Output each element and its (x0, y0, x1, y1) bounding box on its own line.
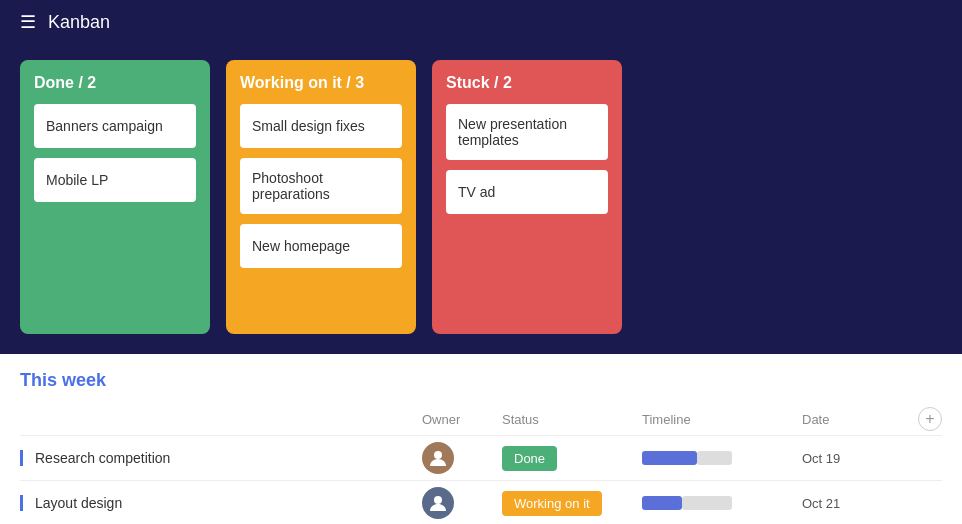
kanban-card[interactable]: Photoshoot preparations (240, 158, 402, 214)
table-row: Research competitionDoneOct 19 (20, 436, 942, 481)
kanban-card[interactable]: New homepage (240, 224, 402, 268)
menu-icon[interactable]: ☰ (20, 11, 36, 33)
col-date: Date (802, 407, 902, 431)
table-section: This week Owner Status Timeline Date + R… (0, 354, 962, 524)
avatar (422, 487, 454, 519)
kanban-card[interactable]: Small design fixes (240, 104, 402, 148)
column-title-done: Done / 2 (34, 74, 196, 92)
col-task (20, 407, 422, 431)
col-owner: Owner (422, 407, 502, 431)
col-add: + (902, 407, 942, 431)
section-title: This week (20, 370, 942, 391)
timeline-filled-bar (642, 451, 697, 465)
col-timeline: Timeline (642, 407, 802, 431)
column-title-stuck: Stuck / 2 (446, 74, 608, 92)
row-date: Oct 21 (802, 496, 902, 511)
col-status: Status (502, 407, 642, 431)
app-title: Kanban (48, 12, 110, 33)
table-rows: Research competitionDoneOct 19Layout des… (20, 436, 942, 524)
row-owner (422, 487, 502, 519)
kanban-board: Done / 2Banners campaignMobile LPWorking… (0, 44, 962, 354)
kanban-column-stuck: Stuck / 2New presentation templatesTV ad (432, 60, 622, 334)
table-row: Layout designWorking on itOct 21 (20, 481, 942, 524)
kanban-column-done: Done / 2Banners campaignMobile LP (20, 60, 210, 334)
row-timeline (642, 451, 802, 465)
timeline-empty-bar (697, 451, 732, 465)
status-badge: Working on it (502, 491, 602, 516)
row-task-name: Layout design (20, 495, 422, 511)
kanban-column-working: Working on it / 3Small design fixesPhoto… (226, 60, 416, 334)
svg-point-0 (434, 451, 442, 459)
svg-point-1 (434, 496, 442, 504)
add-column-button[interactable]: + (918, 407, 942, 431)
avatar (422, 442, 454, 474)
kanban-card[interactable]: TV ad (446, 170, 608, 214)
row-owner (422, 442, 502, 474)
timeline-filled-bar (642, 496, 682, 510)
kanban-card[interactable]: Banners campaign (34, 104, 196, 148)
timeline-empty-bar (682, 496, 732, 510)
row-timeline (642, 496, 802, 510)
table-header: Owner Status Timeline Date + (20, 403, 942, 436)
kanban-card[interactable]: New presentation templates (446, 104, 608, 160)
row-task-name: Research competition (20, 450, 422, 466)
app-header: ☰ Kanban (0, 0, 962, 44)
row-status: Done (502, 446, 642, 471)
row-date: Oct 19 (802, 451, 902, 466)
row-status: Working on it (502, 491, 642, 516)
status-badge: Done (502, 446, 557, 471)
column-title-working: Working on it / 3 (240, 74, 402, 92)
kanban-card[interactable]: Mobile LP (34, 158, 196, 202)
